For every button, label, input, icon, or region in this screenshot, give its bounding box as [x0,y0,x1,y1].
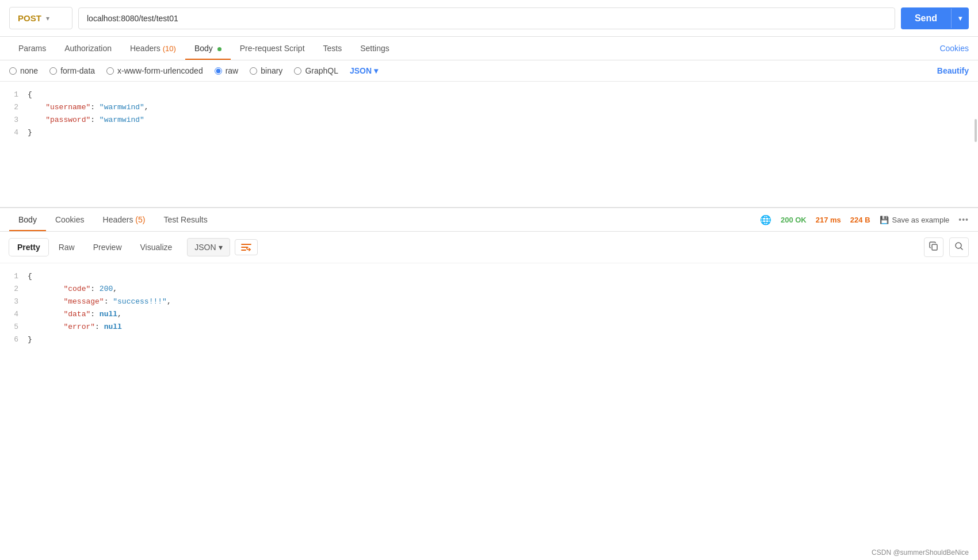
response-tab-headers[interactable]: Headers (5) [94,208,155,231]
resp-line-content-3: "message": "success!!!", [28,296,978,308]
resp-line-6: 6 } [0,333,978,346]
body-options-bar: none form-data x-www-form-urlencoded raw… [0,60,978,82]
response-tab-body[interactable]: Body [9,208,46,231]
send-button-label: Send [901,7,951,29]
option-binary[interactable]: binary [250,66,282,75]
resp-line-num-3: 3 [0,296,28,308]
response-json-dropdown[interactable]: JSON ▾ [187,238,230,256]
status-time: 217 ms [816,216,841,224]
request-tabs-bar: Params Authorization Headers (10) Body P… [0,37,978,60]
resp-line-4: 4 "data": null, [0,308,978,321]
status-ok: 200 OK [781,216,807,224]
more-options-icon[interactable]: ••• [958,215,969,224]
status-size: 224 B [850,216,870,224]
req-line-1: 1 { [0,89,978,101]
request-code-editor[interactable]: 1 { 2 "username": "warmwind", 3 "passwor… [0,82,978,208]
line-num-1: 1 [0,89,28,101]
resp-line-3: 3 "message": "success!!!", [0,296,978,308]
req-line-4: 4 } [0,126,978,139]
globe-icon[interactable]: 🌐 [760,214,771,225]
line-num-2: 2 [0,101,28,114]
radio-urlencoded[interactable] [106,67,114,75]
resp-line-content-6: } [28,333,978,346]
headers-badge: (10) [163,44,176,53]
response-tab-cookies[interactable]: Cookies [46,208,94,231]
line-content-2: "username": "warmwind", [28,101,978,114]
tab-params[interactable]: Params [9,37,55,60]
format-tab-raw[interactable]: Raw [51,239,83,256]
resp-line-num-6: 6 [0,333,28,346]
response-json-chevron-icon: ▾ [219,243,223,252]
method-label: POST [18,13,41,23]
format-tab-pretty[interactable]: Pretty [9,239,48,256]
response-headers-badge: (5) [135,215,145,224]
resp-line-num-5: 5 [0,321,28,333]
resp-line-num-1: 1 [0,270,28,283]
response-format-bar: Pretty Raw Preview Visualize JSON ▾ [0,232,978,263]
resp-line-content-1: { [28,270,978,283]
resp-line-2: 2 "code": 200, [0,283,978,296]
send-button[interactable]: Send ▾ [901,7,969,29]
line-content-1: { [28,89,978,101]
json-chevron-icon: ▾ [374,66,378,75]
response-status: 🌐 200 OK 217 ms 224 B 💾 Save as example … [760,214,969,225]
wrap-lines-icon[interactable] [235,239,258,255]
radio-binary[interactable] [250,67,257,75]
response-tab-test-results[interactable]: Test Results [154,208,216,231]
method-chevron-icon: ▾ [46,14,49,22]
radio-raw[interactable] [215,67,222,75]
resp-line-content-2: "code": 200, [28,283,978,296]
resp-line-1: 1 { [0,270,978,283]
line-num-4: 4 [0,126,28,139]
option-form-data[interactable]: form-data [49,66,95,75]
url-input[interactable] [87,14,887,23]
radio-graphql[interactable] [294,67,301,75]
resp-line-num-4: 4 [0,308,28,321]
right-icons [924,237,969,257]
line-num-3: 3 [0,114,28,126]
resp-line-content-4: "data": null, [28,308,978,321]
tab-headers[interactable]: Headers (10) [121,37,185,60]
copy-icon[interactable] [924,237,943,257]
svg-rect-0 [932,244,937,250]
url-input-wrapper [78,7,895,29]
body-dot-indicator [217,47,221,51]
radio-none[interactable] [9,67,17,75]
resp-line-content-5: "error": null [28,321,978,333]
response-code-editor[interactable]: 1 { 2 "code": 200, 3 "message": "success… [0,263,978,378]
tab-prerequest[interactable]: Pre-request Script [231,37,314,60]
search-icon[interactable] [949,237,969,257]
line-content-4: } [28,126,978,139]
format-tab-visualize[interactable]: Visualize [132,239,181,256]
tab-settings[interactable]: Settings [351,37,399,60]
req-line-2: 2 "username": "warmwind", [0,101,978,114]
option-raw[interactable]: raw [215,66,239,75]
method-select[interactable]: POST ▾ [9,7,72,29]
radio-form-data[interactable] [49,67,57,75]
resp-line-num-2: 2 [0,283,28,296]
editor-scrollbar[interactable] [975,119,977,142]
resp-line-5: 5 "error": null [0,321,978,333]
save-example-button[interactable]: 💾 Save as example [880,216,950,224]
send-chevron-icon: ▾ [951,9,969,28]
beautify-button[interactable]: Beautify [937,66,969,75]
option-urlencoded[interactable]: x-www-form-urlencoded [106,66,203,75]
cookies-link[interactable]: Cookies [939,37,969,60]
tab-authorization[interactable]: Authorization [55,37,121,60]
req-line-3: 3 "password": "warmwind" [0,114,978,126]
json-format-select[interactable]: JSON ▾ [350,66,378,75]
response-tabs-bar: Body Cookies Headers (5) Test Results 🌐 … [0,208,978,232]
top-bar: POST ▾ Send ▾ [0,0,978,37]
option-none[interactable]: none [9,66,38,75]
format-tab-preview[interactable]: Preview [85,239,130,256]
tab-body[interactable]: Body [185,37,231,60]
save-icon: 💾 [880,216,889,224]
line-content-3: "password": "warmwind" [28,114,978,126]
tab-tests[interactable]: Tests [314,37,352,60]
option-graphql[interactable]: GraphQL [294,66,338,75]
